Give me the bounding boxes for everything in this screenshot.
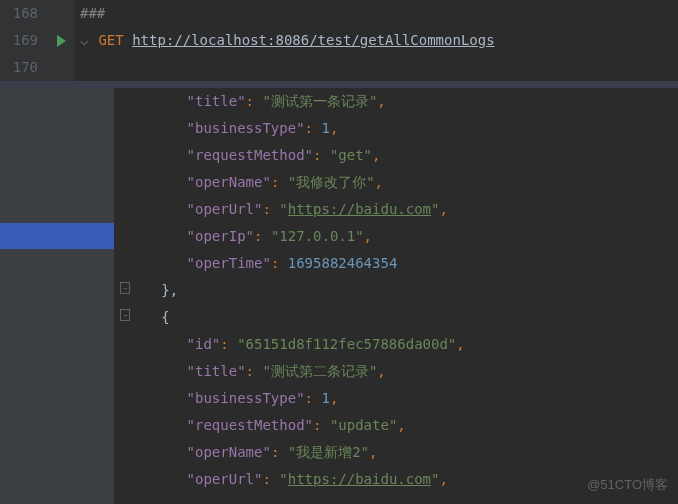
json-key: "operUrl": [187, 201, 263, 217]
comment-marker: ###: [80, 5, 105, 21]
gutter-icon-slot: [48, 0, 74, 27]
json-key: "requestMethod": [187, 147, 313, 163]
left-panel: [0, 88, 114, 504]
json-key: "businessType": [187, 120, 305, 136]
request-url[interactable]: http://localhost:8086/test/getAllCommonL…: [132, 32, 494, 48]
json-string: "测试第二条记录": [262, 363, 377, 379]
fold-open-icon[interactable]: [120, 309, 130, 321]
watermark: @51CTO博客: [587, 471, 668, 498]
http-method: GET: [98, 32, 123, 48]
json-key: "operName": [187, 174, 271, 190]
brace-open: {: [161, 309, 169, 325]
json-string: "get": [330, 147, 372, 163]
json-key: "requestMethod": [187, 417, 313, 433]
run-icon[interactable]: [57, 35, 66, 47]
json-string: "测试第一条记录": [262, 93, 377, 109]
json-string: "我修改了你": [288, 174, 375, 190]
response-body[interactable]: "title": "测试第一条记录", "businessType": 1, "…: [114, 88, 678, 504]
fold-marker[interactable]: ⌵: [80, 32, 88, 48]
json-key: "operUrl": [187, 471, 263, 487]
json-key: "id": [187, 336, 221, 352]
json-key: "operName": [187, 444, 271, 460]
line-number: 168: [0, 0, 48, 27]
line-number: 169: [0, 27, 48, 54]
json-key: "operTime": [187, 255, 271, 271]
json-key: "title": [187, 93, 246, 109]
fold-close-icon[interactable]: [120, 282, 130, 294]
json-string: "65151d8f112fec57886da00d": [237, 336, 456, 352]
brace-close: },: [161, 282, 178, 298]
json-key: "title": [187, 363, 246, 379]
json-number: 1695882464354: [288, 255, 398, 271]
json-number: 1: [321, 120, 329, 136]
json-string: "update": [330, 417, 397, 433]
json-number: 1: [321, 390, 329, 406]
left-panel-highlight: [0, 223, 114, 249]
json-string: "我是新增2": [288, 444, 369, 460]
gutter-icon-slot: [48, 54, 74, 81]
json-url-link[interactable]: https://baidu.com: [288, 201, 431, 217]
line-number: 170: [0, 54, 48, 81]
json-key: "operIp": [187, 228, 254, 244]
json-key: "businessType": [187, 390, 305, 406]
json-string: "127.0.0.1": [271, 228, 364, 244]
request-editor[interactable]: 168 ### 169 ⌵GET http://localhost:8086/t…: [0, 0, 678, 81]
json-url-link[interactable]: https://baidu.com: [288, 471, 431, 487]
